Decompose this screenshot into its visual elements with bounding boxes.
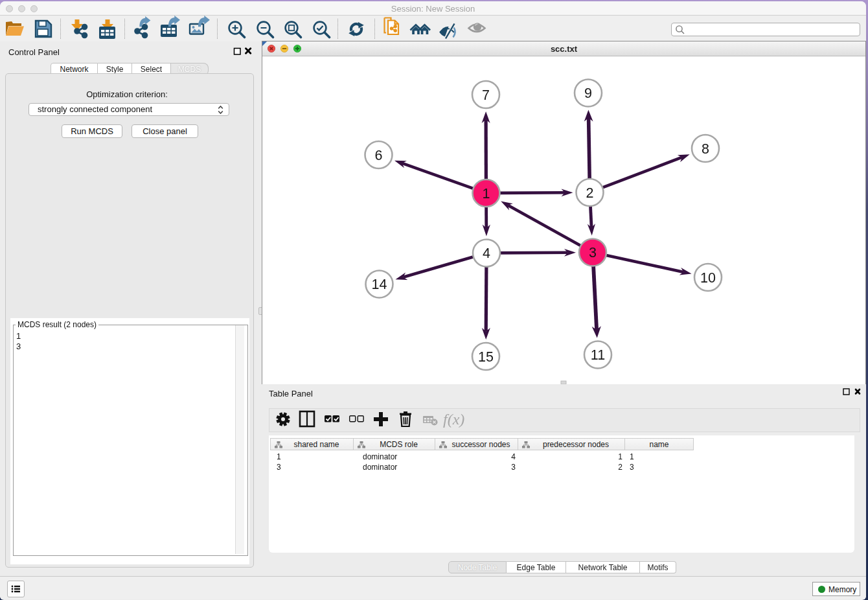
svg-text:2: 2 [586,185,594,201]
svg-text:1: 1 [483,186,490,202]
svg-text:7: 7 [482,87,490,103]
svg-text:3: 3 [589,245,597,260]
svg-text:15: 15 [478,349,494,365]
svg-text:f(x): f(x) [443,411,464,428]
svg-text:10: 10 [700,270,716,286]
svg-text:9: 9 [584,86,592,101]
svg-text:11: 11 [591,347,605,363]
svg-text:6: 6 [375,148,383,163]
svg-text:8: 8 [702,141,709,157]
svg-text:14: 14 [372,277,387,292]
svg-text:4: 4 [483,246,490,261]
